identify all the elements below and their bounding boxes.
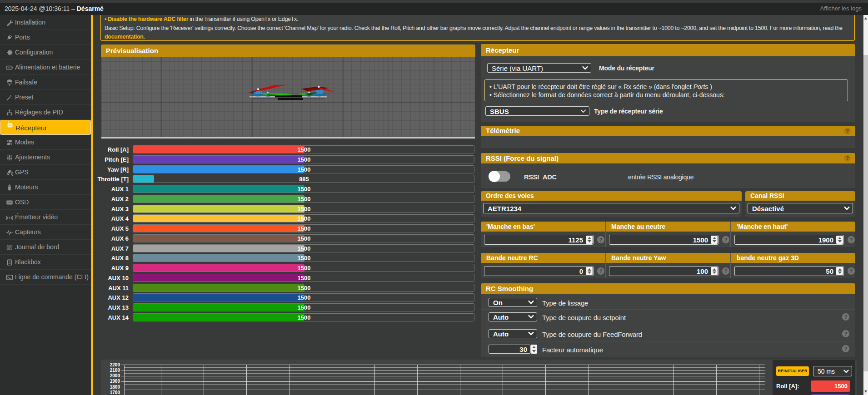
svg-text:OSD: OSD [7,202,12,204]
